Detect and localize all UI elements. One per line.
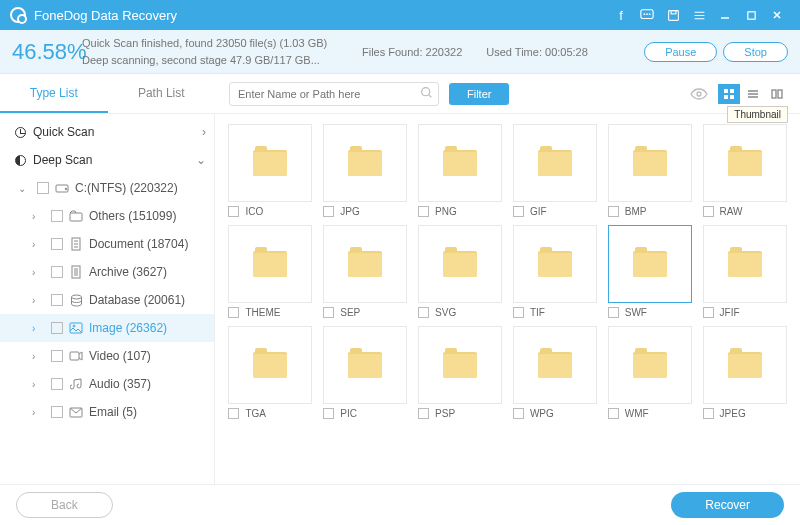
thumbnail[interactable] xyxy=(608,326,692,404)
save-icon[interactable] xyxy=(660,0,686,30)
checkbox[interactable] xyxy=(608,408,619,419)
close-icon[interactable] xyxy=(764,0,790,30)
grid-item[interactable]: TIF xyxy=(512,225,599,318)
sidebar-quick-scan[interactable]: Quick Scan› xyxy=(0,118,214,146)
thumbnail[interactable] xyxy=(228,124,312,202)
checkbox[interactable] xyxy=(513,408,524,419)
grid-item[interactable]: PNG xyxy=(417,124,504,217)
tab-type-list[interactable]: Type List xyxy=(0,75,108,113)
thumbnail[interactable] xyxy=(323,124,407,202)
thumbnail[interactable] xyxy=(513,124,597,202)
recover-button[interactable]: Recover xyxy=(671,492,784,518)
chevron-right-icon: › xyxy=(32,323,46,334)
grid-item[interactable]: JFIF xyxy=(701,225,788,318)
checkbox[interactable] xyxy=(418,307,429,318)
view-detail-button[interactable] xyxy=(766,84,788,104)
menu-icon[interactable] xyxy=(686,0,712,30)
checkbox[interactable] xyxy=(51,378,63,390)
folder-icon xyxy=(538,251,572,277)
checkbox[interactable] xyxy=(513,307,524,318)
thumbnail[interactable] xyxy=(418,326,502,404)
grid-item[interactable]: PIC xyxy=(322,326,409,419)
checkbox[interactable] xyxy=(51,406,63,418)
thumbnail[interactable] xyxy=(608,225,692,303)
stop-button[interactable]: Stop xyxy=(723,42,788,62)
view-list-button[interactable] xyxy=(742,84,764,104)
checkbox[interactable] xyxy=(51,210,63,222)
sidebar-item[interactable]: ›Database (20061) xyxy=(0,286,214,314)
checkbox[interactable] xyxy=(608,206,619,217)
sidebar-item[interactable]: ›Archive (3627) xyxy=(0,258,214,286)
svg-point-17 xyxy=(71,295,81,299)
checkbox[interactable] xyxy=(51,350,63,362)
folder-icon xyxy=(633,352,667,378)
checkbox[interactable] xyxy=(418,206,429,217)
checkbox[interactable] xyxy=(37,182,49,194)
checkbox[interactable] xyxy=(51,266,63,278)
grid-item[interactable]: JPG xyxy=(322,124,409,217)
grid-item[interactable]: WPG xyxy=(512,326,599,419)
grid-item[interactable]: JPEG xyxy=(701,326,788,419)
checkbox[interactable] xyxy=(51,294,63,306)
sidebar-item[interactable]: ›Document (18704) xyxy=(0,230,214,258)
grid-item[interactable]: BMP xyxy=(606,124,693,217)
thumbnail[interactable] xyxy=(228,326,312,404)
thumbnail[interactable] xyxy=(323,225,407,303)
chevron-right-icon: › xyxy=(32,351,46,362)
grid-item[interactable]: THEME xyxy=(227,225,314,318)
thumbnail[interactable] xyxy=(703,326,787,404)
facebook-icon[interactable]: f xyxy=(608,0,634,30)
thumbnail[interactable] xyxy=(418,225,502,303)
minimize-icon[interactable] xyxy=(712,0,738,30)
grid-item[interactable]: GIF xyxy=(512,124,599,217)
grid-item[interactable]: SEP xyxy=(322,225,409,318)
back-button[interactable]: Back xyxy=(16,492,113,518)
view-thumbnail-button[interactable] xyxy=(718,84,740,104)
thumbnail[interactable] xyxy=(513,225,597,303)
grid-item[interactable]: ICO xyxy=(227,124,314,217)
maximize-icon[interactable] xyxy=(738,0,764,30)
checkbox[interactable] xyxy=(323,307,334,318)
thumbnail[interactable] xyxy=(228,225,312,303)
sidebar-drive[interactable]: ⌄ C:(NTFS) (220322) xyxy=(0,174,214,202)
thumbnail[interactable] xyxy=(513,326,597,404)
search-icon[interactable] xyxy=(420,86,433,99)
sidebar-item[interactable]: ›Audio (357) xyxy=(0,370,214,398)
checkbox[interactable] xyxy=(703,307,714,318)
checkbox[interactable] xyxy=(608,307,619,318)
checkbox[interactable] xyxy=(228,408,239,419)
checkbox[interactable] xyxy=(418,408,429,419)
checkbox[interactable] xyxy=(513,206,524,217)
sidebar-deep-scan[interactable]: Deep Scan⌄ xyxy=(0,146,214,174)
tab-path-list[interactable]: Path List xyxy=(108,75,216,113)
grid-item[interactable]: TGA xyxy=(227,326,314,419)
checkbox[interactable] xyxy=(51,238,63,250)
checkbox[interactable] xyxy=(703,206,714,217)
grid-item[interactable]: WMF xyxy=(606,326,693,419)
grid-item[interactable]: SVG xyxy=(417,225,504,318)
search-input[interactable] xyxy=(229,82,439,106)
checkbox[interactable] xyxy=(228,206,239,217)
pause-button[interactable]: Pause xyxy=(644,42,717,62)
preview-icon[interactable] xyxy=(690,87,708,101)
checkbox[interactable] xyxy=(228,307,239,318)
checkbox[interactable] xyxy=(51,322,63,334)
thumbnail[interactable] xyxy=(323,326,407,404)
svg-point-4 xyxy=(422,87,430,95)
feedback-icon[interactable] xyxy=(634,0,660,30)
sidebar-item[interactable]: ›Video (107) xyxy=(0,342,214,370)
grid-item[interactable]: SWF xyxy=(606,225,693,318)
filter-button[interactable]: Filter xyxy=(449,83,509,105)
sidebar-item[interactable]: ›Email (5) xyxy=(0,398,214,426)
thumbnail[interactable] xyxy=(418,124,502,202)
sidebar-item[interactable]: ›Image (26362) xyxy=(0,314,214,342)
thumbnail[interactable] xyxy=(608,124,692,202)
grid-item[interactable]: PSP xyxy=(417,326,504,419)
thumbnail[interactable] xyxy=(703,225,787,303)
checkbox[interactable] xyxy=(703,408,714,419)
checkbox[interactable] xyxy=(323,206,334,217)
checkbox[interactable] xyxy=(323,408,334,419)
sidebar-item[interactable]: ›Others (151099) xyxy=(0,202,214,230)
thumbnail[interactable] xyxy=(703,124,787,202)
grid-item[interactable]: RAW xyxy=(701,124,788,217)
